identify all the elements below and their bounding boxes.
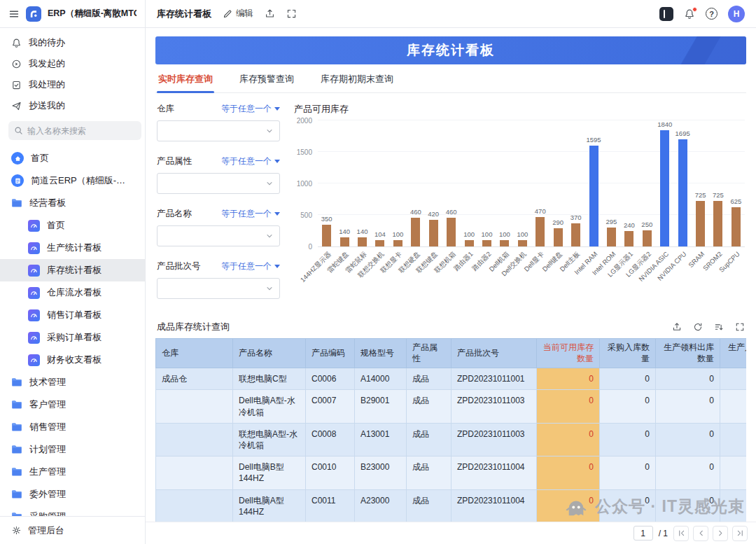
- filter-operator[interactable]: 等于任意一个: [221, 208, 280, 220]
- chart-bar[interactable]: [518, 240, 527, 246]
- gridline: [318, 120, 745, 120]
- sidebar-folder-4[interactable]: 客户管理: [0, 393, 145, 416]
- filter-select[interactable]: [157, 225, 280, 246]
- chart-bar[interactable]: [571, 223, 580, 246]
- sidebar-quick-item-3[interactable]: 抄送我的: [0, 95, 145, 116]
- column-header[interactable]: 生产领料出库数量: [656, 339, 720, 368]
- sidebar-subitem-2-2[interactable]: 库存统计看板: [0, 259, 145, 281]
- column-header[interactable]: 产品批次号: [451, 339, 537, 368]
- column-header[interactable]: 产品属性: [407, 339, 451, 368]
- chart-bar[interactable]: [732, 207, 741, 246]
- table-cell: 0: [600, 423, 656, 456]
- sidebar-subitem-2-0[interactable]: 首页: [0, 214, 145, 237]
- chart-bar[interactable]: [660, 130, 669, 246]
- prev-page-button[interactable]: [693, 526, 708, 541]
- filter-operator[interactable]: 等于任意一个: [221, 103, 280, 115]
- page-input[interactable]: [634, 526, 653, 540]
- sidebar-item-home[interactable]: 首页: [0, 147, 145, 169]
- chart-bar[interactable]: [447, 218, 456, 246]
- search-input[interactable]: [27, 126, 136, 136]
- y-tick-label: 500: [300, 211, 312, 219]
- chart-bar[interactable]: [465, 240, 474, 246]
- column-header[interactable]: 产品编码: [306, 339, 355, 368]
- sidebar-subitem-2-6[interactable]: 财务收支看板: [0, 349, 145, 371]
- admin-backend-button[interactable]: 管理后台: [0, 516, 145, 544]
- chart-bar[interactable]: [411, 218, 420, 246]
- table-cell: [720, 390, 747, 423]
- sidebar-quick-item-1[interactable]: 我发起的: [0, 53, 145, 74]
- chart-bar[interactable]: [678, 139, 687, 246]
- sidebar-search[interactable]: [8, 121, 141, 140]
- sidebar-folder-6[interactable]: 计划管理: [0, 438, 145, 461]
- table-cell: C0007: [306, 390, 355, 423]
- help-icon[interactable]: ?: [706, 8, 718, 20]
- play-circle-icon: [11, 59, 22, 69]
- hamburger-icon[interactable]: [8, 8, 20, 20]
- chart-bar[interactable]: [500, 240, 509, 246]
- sidebar-subitem-2-3[interactable]: 仓库流水看板: [0, 281, 145, 304]
- pencil-icon: [223, 9, 232, 19]
- sidebar-subitem-2-5[interactable]: 采购订单看板: [0, 326, 145, 349]
- sidebar-folder-8[interactable]: 委外管理: [0, 483, 145, 505]
- chart-bar[interactable]: [554, 228, 563, 246]
- chart-bar[interactable]: [624, 231, 634, 246]
- filter-select[interactable]: [157, 278, 280, 299]
- sidebar-folder-5[interactable]: 销售管理: [0, 416, 145, 438]
- topbar-right: ? H: [648, 0, 756, 27]
- chart-bar[interactable]: [340, 237, 349, 246]
- chart-bar[interactable]: [429, 220, 438, 246]
- column-header[interactable]: 当前可用库存数量: [537, 339, 600, 368]
- table-cell: [156, 423, 233, 456]
- next-page-button[interactable]: [713, 526, 728, 541]
- chart-bar[interactable]: [589, 146, 598, 246]
- filter-select[interactable]: [157, 173, 280, 194]
- fullscreen-icon[interactable]: [286, 8, 297, 19]
- filter-operator[interactable]: 等于任意一个: [221, 260, 280, 272]
- sidebar-subitem-2-4[interactable]: 销售订单看板: [0, 304, 145, 326]
- sidebar-item-app[interactable]: 简道云ERP（精细版-离散MT...: [0, 169, 145, 192]
- tab-0[interactable]: 实时库存查询: [157, 64, 214, 92]
- column-header[interactable]: 产品名称: [233, 339, 306, 368]
- table-sort-icon[interactable]: [714, 322, 724, 332]
- sidebar-quick-item-0[interactable]: 我的待办: [0, 32, 145, 53]
- chart-bar[interactable]: [696, 201, 705, 246]
- notifications-bell-icon[interactable]: [684, 8, 695, 20]
- sidebar-folder-9[interactable]: 采购管理: [0, 505, 145, 516]
- table-refresh-icon[interactable]: [693, 322, 703, 332]
- sidebar-quick-item-2[interactable]: 我处理的: [0, 74, 145, 95]
- chart-bar[interactable]: [358, 237, 367, 246]
- share-icon[interactable]: [265, 8, 275, 19]
- chart-bar[interactable]: [393, 240, 402, 246]
- chart-bar[interactable]: [607, 228, 616, 246]
- last-page-button[interactable]: [732, 526, 748, 541]
- table-fullscreen-icon[interactable]: [735, 322, 745, 332]
- edit-button[interactable]: 编辑: [223, 8, 253, 20]
- chart-bar[interactable]: [482, 240, 491, 246]
- avatar[interactable]: H: [728, 6, 745, 22]
- filter-operator[interactable]: 等于任意一个: [221, 155, 280, 167]
- sidebar-folder-7[interactable]: 生产管理: [0, 461, 145, 483]
- bar-value-label: 140: [357, 228, 368, 235]
- sidebar-folder-2[interactable]: 经营看板: [0, 192, 145, 214]
- sidebar-subitem-2-1[interactable]: 生产统计看板: [0, 237, 145, 259]
- tab-1[interactable]: 库存预警查询: [238, 64, 295, 92]
- chart-bar[interactable]: [713, 201, 722, 246]
- chart-bar[interactable]: [375, 240, 384, 246]
- filter-select[interactable]: [157, 120, 280, 141]
- column-header[interactable]: 采购入库数量: [600, 339, 656, 368]
- tab-2[interactable]: 库存期初期末查询: [319, 64, 395, 92]
- table-export-icon[interactable]: [672, 322, 682, 332]
- dashboard-icon: [28, 309, 40, 321]
- first-page-button[interactable]: [673, 526, 689, 541]
- table-body: 成品仓联想电脑C型C0006A14000成品ZPD20231011001000D…: [156, 368, 747, 534]
- chart-bar[interactable]: [322, 225, 331, 246]
- chart-bar[interactable]: [643, 230, 652, 246]
- column-header[interactable]: 规格型号: [355, 339, 407, 368]
- column-header[interactable]: 仓库: [156, 339, 233, 368]
- x-label-col: SupCPU: [727, 247, 745, 298]
- sidebar-folder-3[interactable]: 技术管理: [0, 371, 145, 393]
- chart-bar[interactable]: [536, 217, 545, 246]
- page-first-icon: [678, 529, 685, 537]
- column-header[interactable]: 生产入库数量: [720, 339, 747, 368]
- panel-toggle-icon[interactable]: [659, 7, 673, 21]
